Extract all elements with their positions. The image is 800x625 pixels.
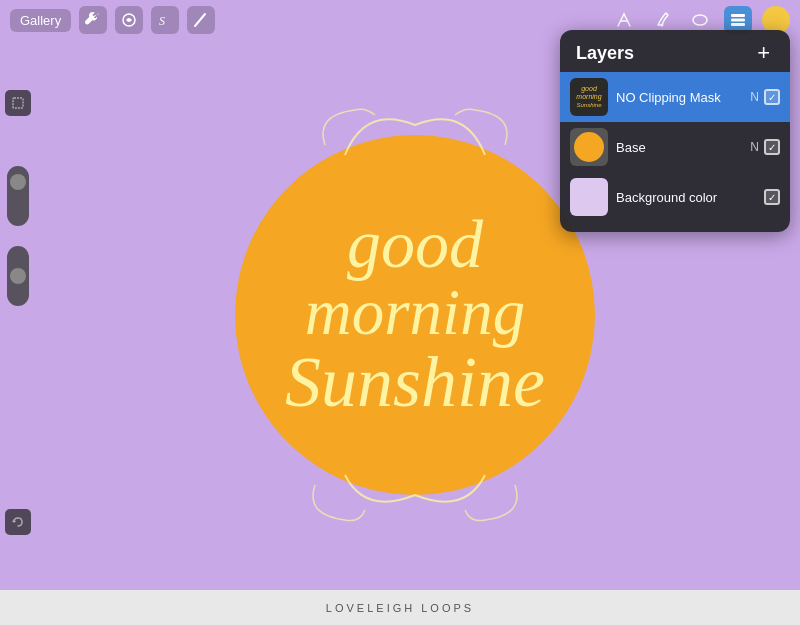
layer-thumbnail-base — [570, 128, 608, 166]
add-layer-button[interactable]: + — [753, 42, 774, 64]
layers-header: Layers + — [560, 30, 790, 72]
lettering-morning: morning — [245, 277, 585, 349]
layer-item-clipping[interactable]: goodmorningSunshine NO Clipping Mask N — [560, 72, 790, 122]
brand-name: LOVELEIGH LOOPS — [326, 602, 474, 614]
svg-text:S: S — [159, 14, 165, 28]
undo-button[interactable] — [5, 509, 31, 535]
calligraphy-icon[interactable]: S — [151, 6, 179, 34]
layers-panel: Layers + goodmorningSunshine NO Clipping… — [560, 30, 790, 232]
svg-rect-6 — [731, 23, 745, 26]
left-sidebar — [0, 80, 35, 555]
lettering-container: good morning Sunshine — [245, 207, 585, 422]
flourish-bottom-svg — [265, 465, 565, 525]
svg-rect-7 — [13, 98, 23, 108]
layer-info-clipping: NO Clipping Mask — [616, 90, 742, 105]
layer-info-base: Base — [616, 140, 742, 155]
layer-mode-base: N — [750, 140, 759, 154]
svg-point-3 — [693, 15, 707, 25]
gallery-button[interactable]: Gallery — [10, 9, 71, 32]
layer-thumbnail-clipping: goodmorningSunshine — [570, 78, 608, 116]
wrench-icon[interactable] — [79, 6, 107, 34]
layers-title: Layers — [576, 43, 634, 64]
base-circle-preview — [574, 132, 604, 162]
layer-visibility-clipping[interactable] — [764, 89, 780, 105]
lettering-sunshine: Sunshine — [245, 344, 585, 423]
layer-item-base[interactable]: Base N — [560, 122, 790, 172]
toolbar-left: Gallery S — [10, 6, 215, 34]
flourish-top-svg — [265, 95, 565, 175]
layer-visibility-base[interactable] — [764, 139, 780, 155]
layer-controls-base: N — [750, 139, 780, 155]
layer-name-bg: Background color — [616, 190, 751, 205]
svg-rect-5 — [731, 19, 745, 22]
layer-name-clipping: NO Clipping Mask — [616, 90, 742, 105]
layer-controls-bg — [759, 189, 780, 205]
svg-point-2 — [661, 24, 664, 27]
layer-mode-clipping: N — [750, 90, 759, 104]
layer-visibility-bg[interactable] — [764, 189, 780, 205]
selection-tool[interactable] — [5, 90, 31, 116]
size-slider[interactable] — [7, 246, 29, 306]
bottom-bar: LOVELEIGH LOOPS — [0, 590, 800, 625]
layer-thumbnail-bg — [570, 178, 608, 216]
layer-controls-clipping: N — [750, 89, 780, 105]
svg-rect-4 — [731, 14, 745, 17]
smudge-icon[interactable] — [187, 6, 215, 34]
layer-info-bg: Background color — [616, 190, 751, 205]
lettering-good: good — [245, 207, 585, 282]
clipping-preview-text: goodmorningSunshine — [574, 83, 603, 110]
opacity-slider[interactable] — [7, 166, 29, 226]
layer-name-base: Base — [616, 140, 742, 155]
adjust-icon[interactable] — [115, 6, 143, 34]
layer-item-background[interactable]: Background color — [560, 172, 790, 222]
